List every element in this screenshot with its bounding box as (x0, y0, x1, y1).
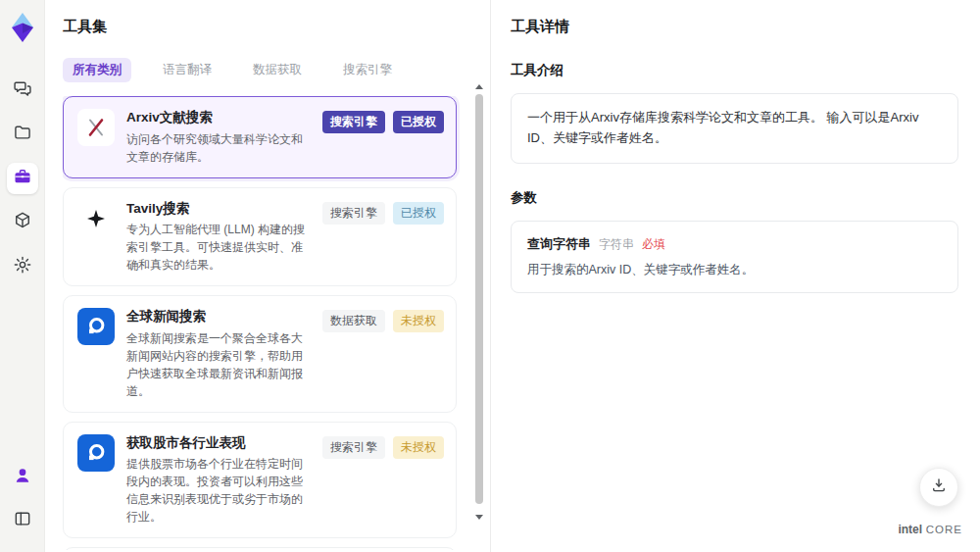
sidebar-item-package[interactable] (7, 207, 38, 238)
app-logo-icon[interactable] (7, 12, 38, 43)
tool-card[interactable]: 全球新闻搜索全球新闻搜索是一个聚合全球各大新闻网站内容的搜索引擎，帮助用户快速获… (63, 295, 457, 413)
tool-description: 访问各个研究领域大量科学论文和文章的存储库。 (126, 130, 311, 166)
intel-core-logo: intel core (898, 523, 962, 536)
tool-name: Tavily搜索 (126, 200, 311, 218)
gear-icon (13, 255, 32, 278)
intro-section-title: 工具介绍 (511, 62, 958, 79)
sidebar-item-chat[interactable] (7, 75, 38, 106)
tool-card-body: Tavily搜索专为人工智能代理 (LLM) 构建的搜索引擎工具。可快速提供实时… (126, 200, 311, 275)
status-badge: 未授权 (393, 436, 444, 459)
tool-card[interactable]: Tavily搜索专为人工智能代理 (LLM) 构建的搜索引擎工具。可快速提供实时… (63, 187, 457, 287)
tool-name: Arxiv文献搜索 (126, 109, 311, 126)
tool-tags: 数据获取未授权 (322, 310, 444, 332)
search-globe-icon (77, 434, 115, 472)
param-description: 用于搜索的Arxiv ID、关键字或作者姓名。 (527, 262, 942, 278)
panel-toggle-icon (13, 509, 32, 532)
tool-detail-panel: 工具详情 工具介绍 一个用于从Arxiv存储库搜索科学论文和文章的工具。 输入可… (490, 0, 980, 552)
brand-prefix: intel (898, 523, 922, 536)
tool-name: 获取股市各行业表现 (126, 434, 311, 452)
tool-tags: 搜索引擎已授权 (322, 111, 444, 133)
tool-description: 全球新闻搜索是一个聚合全球各大新闻网站内容的搜索引擎，帮助用户快速获取全球最新资… (126, 329, 311, 400)
status-badge: 已授权 (393, 202, 444, 225)
status-badge: 未授权 (393, 310, 444, 332)
param-header: 查询字符串字符串必填 (527, 235, 942, 253)
list-scrollbar[interactable] (474, 84, 484, 531)
app-window: 工具集 所有类别语言翻译数据获取搜索引擎 Arxiv文献搜索访问各个研究领域大量… (0, 0, 980, 552)
sidebar-rail (0, 0, 45, 552)
sidebar-item-settings[interactable] (7, 251, 38, 282)
cube-icon (13, 211, 32, 234)
tab-category-3[interactable]: 搜索引擎 (333, 58, 402, 82)
tool-card[interactable]: Arxiv文献搜索访问各个研究领域大量科学论文和文章的存储库。搜索引擎已授权 (63, 96, 457, 178)
param-name: 查询字符串 (527, 235, 591, 253)
tool-card-body: Arxiv文献搜索访问各个研究领域大量科学论文和文章的存储库。 (126, 109, 311, 166)
tool-description: 专为人工智能代理 (LLM) 构建的搜索引擎工具。可快速提供实时、准确和真实的结… (126, 221, 311, 274)
download-icon (930, 477, 948, 498)
params-section-title: 参数 (511, 189, 958, 207)
chat-icon (13, 78, 32, 102)
param-required-badge: 必填 (642, 236, 665, 253)
tab-category-0[interactable]: 所有类别 (63, 58, 131, 82)
status-badge: 已授权 (393, 111, 444, 133)
scroll-up-arrow-icon[interactable] (475, 84, 483, 89)
tool-list: Arxiv文献搜索访问各个研究领域大量科学论文和文章的存储库。搜索引擎已授权Ta… (63, 96, 470, 550)
sidebar-item-collapse[interactable] (7, 505, 38, 536)
tavily-star-icon (77, 200, 115, 237)
sidebar-item-folder[interactable] (7, 119, 38, 150)
scrollbar-thumb[interactable] (475, 94, 483, 504)
briefcase-icon (13, 167, 32, 190)
param-list: 查询字符串字符串必填用于搜索的Arxiv ID、关键字或作者姓名。 (511, 221, 958, 293)
param-type: 字符串 (599, 236, 634, 253)
category-tag: 数据获取 (322, 310, 385, 332)
category-tag: 搜索引擎 (322, 202, 385, 225)
scroll-down-arrow-icon[interactable] (475, 515, 483, 520)
category-tabs: 所有类别语言翻译数据获取搜索引擎 (63, 58, 470, 82)
sidebar-item-account[interactable] (7, 462, 38, 493)
tool-name: 全球新闻搜索 (126, 308, 311, 326)
intro-text: 一个用于从Arxiv存储库搜索科学论文和文章的工具。 输入可以是Arxiv ID… (527, 108, 942, 149)
tool-tags: 搜索引擎未授权 (322, 436, 444, 459)
folder-icon (13, 123, 32, 146)
user-icon (13, 466, 32, 489)
tools-panel-title: 工具集 (63, 18, 470, 36)
tools-panel: 工具集 所有类别语言翻译数据获取搜索引擎 Arxiv文献搜索访问各个研究领域大量… (45, 0, 490, 552)
search-globe-icon (77, 308, 115, 345)
tab-category-2[interactable]: 数据获取 (243, 58, 312, 82)
category-tag: 搜索引擎 (322, 436, 385, 459)
tool-tags: 搜索引擎已授权 (322, 202, 444, 225)
intro-box: 一个用于从Arxiv存储库搜索科学论文和文章的工具。 输入可以是Arxiv ID… (511, 93, 958, 164)
tool-description: 提供股票市场各个行业在特定时间段内的表现。投资者可以利用这些信息来识别表现优于或… (126, 455, 311, 526)
tool-card-body: 全球新闻搜索全球新闻搜索是一个聚合全球各大新闻网站内容的搜索引擎，帮助用户快速获… (126, 308, 311, 400)
tab-category-1[interactable]: 语言翻译 (153, 58, 221, 82)
brand-suffix: core (926, 524, 962, 535)
arxiv-logo-icon (77, 109, 115, 146)
download-button[interactable] (919, 468, 958, 507)
tool-card[interactable]: 获取股市各行业表现提供股票市场各个行业在特定时间段内的表现。投资者可以利用这些信… (63, 422, 457, 539)
tool-card[interactable]: 获取市场最活跃股票信息提供当天交易量最高的股票列表。投资者可以利用这些信息来识别… (63, 547, 457, 550)
sidebar-item-tools[interactable] (7, 163, 38, 194)
detail-panel-title: 工具详情 (511, 18, 958, 36)
tool-card-body: 获取股市各行业表现提供股票市场各个行业在特定时间段内的表现。投资者可以利用这些信… (126, 434, 311, 527)
category-tag: 搜索引擎 (322, 111, 385, 133)
param-box: 查询字符串字符串必填用于搜索的Arxiv ID、关键字或作者姓名。 (511, 221, 958, 293)
